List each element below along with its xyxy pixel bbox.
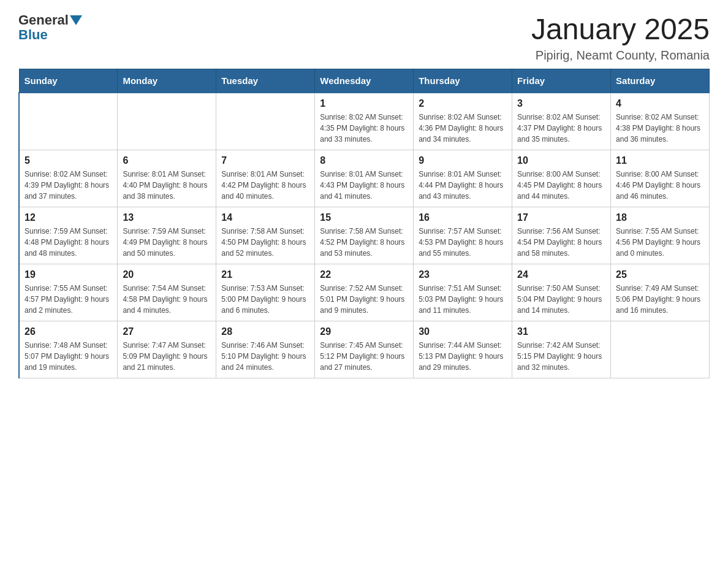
day-number: 14 [221,212,309,223]
calendar-cell [611,321,710,378]
day-info: Sunrise: 7:48 AM Sunset: 5:07 PM Dayligh… [25,340,112,373]
day-info: Sunrise: 8:01 AM Sunset: 4:44 PM Dayligh… [419,169,507,202]
calendar-week-row: 5Sunrise: 8:02 AM Sunset: 4:39 PM Daylig… [19,150,710,207]
calendar-cell: 17Sunrise: 7:56 AM Sunset: 4:54 PM Dayli… [512,207,611,264]
day-number: 12 [25,212,112,223]
day-number: 22 [320,269,408,280]
day-of-week-header: Sunday [19,69,118,93]
day-info: Sunrise: 8:01 AM Sunset: 4:42 PM Dayligh… [221,169,309,202]
month-title: January 2025 [531,12,710,46]
calendar-cell: 11Sunrise: 8:00 AM Sunset: 4:46 PM Dayli… [611,150,710,207]
day-number: 29 [320,326,408,337]
calendar-cell [19,93,118,150]
day-number: 25 [616,269,704,280]
day-info: Sunrise: 8:00 AM Sunset: 4:46 PM Dayligh… [616,169,704,202]
calendar-cell: 23Sunrise: 7:51 AM Sunset: 5:03 PM Dayli… [414,264,512,321]
day-info: Sunrise: 7:49 AM Sunset: 5:06 PM Dayligh… [616,283,704,316]
calendar-week-row: 12Sunrise: 7:59 AM Sunset: 4:48 PM Dayli… [19,207,710,264]
day-info: Sunrise: 7:55 AM Sunset: 4:57 PM Dayligh… [25,283,112,316]
day-number: 28 [221,326,309,337]
day-info: Sunrise: 8:02 AM Sunset: 4:38 PM Dayligh… [616,112,704,145]
title-section: January 2025 Pipirig, Neamt County, Roma… [531,12,710,63]
calendar-header-row: SundayMondayTuesdayWednesdayThursdayFrid… [19,69,710,93]
day-number: 15 [320,212,408,223]
day-number: 13 [123,212,211,223]
day-info: Sunrise: 8:02 AM Sunset: 4:39 PM Dayligh… [25,169,112,202]
day-info: Sunrise: 7:55 AM Sunset: 4:56 PM Dayligh… [616,226,704,259]
day-info: Sunrise: 8:02 AM Sunset: 4:36 PM Dayligh… [419,112,507,145]
day-number: 16 [419,212,507,223]
calendar-cell: 19Sunrise: 7:55 AM Sunset: 4:57 PM Dayli… [19,264,118,321]
calendar-cell [118,93,216,150]
day-number: 30 [419,326,507,337]
day-info: Sunrise: 7:46 AM Sunset: 5:10 PM Dayligh… [221,340,309,373]
day-number: 20 [123,269,211,280]
day-number: 3 [517,98,605,109]
day-number: 4 [616,98,704,109]
calendar-cell: 25Sunrise: 7:49 AM Sunset: 5:06 PM Dayli… [611,264,710,321]
day-of-week-header: Monday [118,69,216,93]
day-info: Sunrise: 7:45 AM Sunset: 5:12 PM Dayligh… [320,340,408,373]
calendar-cell: 7Sunrise: 8:01 AM Sunset: 4:42 PM Daylig… [216,150,315,207]
day-of-week-header: Friday [512,69,611,93]
day-number: 21 [221,269,309,280]
calendar-week-row: 1Sunrise: 8:02 AM Sunset: 4:35 PM Daylig… [19,93,710,150]
calendar-cell: 18Sunrise: 7:55 AM Sunset: 4:56 PM Dayli… [611,207,710,264]
day-info: Sunrise: 7:58 AM Sunset: 4:52 PM Dayligh… [320,226,408,259]
day-number: 18 [616,212,704,223]
calendar-cell: 5Sunrise: 8:02 AM Sunset: 4:39 PM Daylig… [19,150,118,207]
calendar-cell: 1Sunrise: 8:02 AM Sunset: 4:35 PM Daylig… [315,93,414,150]
calendar-cell: 31Sunrise: 7:42 AM Sunset: 5:15 PM Dayli… [512,321,611,378]
calendar-cell: 28Sunrise: 7:46 AM Sunset: 5:10 PM Dayli… [216,321,315,378]
day-of-week-header: Saturday [611,69,710,93]
calendar-cell: 2Sunrise: 8:02 AM Sunset: 4:36 PM Daylig… [414,93,512,150]
day-info: Sunrise: 8:00 AM Sunset: 4:45 PM Dayligh… [517,169,605,202]
day-number: 8 [320,155,408,166]
day-info: Sunrise: 7:57 AM Sunset: 4:53 PM Dayligh… [419,226,507,259]
page-header: General Blue January 2025 Pipirig, Neamt… [18,12,710,63]
day-info: Sunrise: 7:56 AM Sunset: 4:54 PM Dayligh… [517,226,605,259]
day-of-week-header: Tuesday [216,69,315,93]
day-number: 24 [517,269,605,280]
logo: General Blue [18,12,82,43]
day-of-week-header: Thursday [414,69,512,93]
day-info: Sunrise: 7:47 AM Sunset: 5:09 PM Dayligh… [123,340,211,373]
day-number: 19 [25,269,112,280]
calendar-cell: 10Sunrise: 8:00 AM Sunset: 4:45 PM Dayli… [512,150,611,207]
day-number: 17 [517,212,605,223]
day-info: Sunrise: 7:58 AM Sunset: 4:50 PM Dayligh… [221,226,309,259]
day-info: Sunrise: 8:02 AM Sunset: 4:37 PM Dayligh… [517,112,605,145]
calendar-cell: 30Sunrise: 7:44 AM Sunset: 5:13 PM Dayli… [414,321,512,378]
calendar-cell [216,93,315,150]
day-number: 23 [419,269,507,280]
calendar-table: SundayMondayTuesdayWednesdayThursdayFrid… [18,69,710,378]
day-number: 2 [419,98,507,109]
day-number: 5 [25,155,112,166]
logo-blue-text: Blue [18,27,48,43]
day-info: Sunrise: 7:50 AM Sunset: 5:04 PM Dayligh… [517,283,605,316]
calendar-cell: 24Sunrise: 7:50 AM Sunset: 5:04 PM Dayli… [512,264,611,321]
day-info: Sunrise: 7:52 AM Sunset: 5:01 PM Dayligh… [320,283,408,316]
day-number: 27 [123,326,211,337]
calendar-cell: 3Sunrise: 8:02 AM Sunset: 4:37 PM Daylig… [512,93,611,150]
day-info: Sunrise: 8:02 AM Sunset: 4:35 PM Dayligh… [320,112,408,145]
calendar-cell: 29Sunrise: 7:45 AM Sunset: 5:12 PM Dayli… [315,321,414,378]
day-number: 31 [517,326,605,337]
calendar-cell: 27Sunrise: 7:47 AM Sunset: 5:09 PM Dayli… [118,321,216,378]
calendar-cell: 22Sunrise: 7:52 AM Sunset: 5:01 PM Dayli… [315,264,414,321]
day-info: Sunrise: 7:44 AM Sunset: 5:13 PM Dayligh… [419,340,507,373]
calendar-cell: 8Sunrise: 8:01 AM Sunset: 4:43 PM Daylig… [315,150,414,207]
logo-general-text: General [18,12,69,28]
day-number: 10 [517,155,605,166]
day-info: Sunrise: 8:01 AM Sunset: 4:43 PM Dayligh… [320,169,408,202]
day-info: Sunrise: 7:59 AM Sunset: 4:48 PM Dayligh… [25,226,112,259]
calendar-week-row: 19Sunrise: 7:55 AM Sunset: 4:57 PM Dayli… [19,264,710,321]
calendar-cell: 14Sunrise: 7:58 AM Sunset: 4:50 PM Dayli… [216,207,315,264]
day-number: 11 [616,155,704,166]
calendar-cell: 20Sunrise: 7:54 AM Sunset: 4:58 PM Dayli… [118,264,216,321]
calendar-cell: 13Sunrise: 7:59 AM Sunset: 4:49 PM Dayli… [118,207,216,264]
calendar-cell: 12Sunrise: 7:59 AM Sunset: 4:48 PM Dayli… [19,207,118,264]
calendar-cell: 15Sunrise: 7:58 AM Sunset: 4:52 PM Dayli… [315,207,414,264]
day-number: 7 [221,155,309,166]
day-number: 1 [320,98,408,109]
